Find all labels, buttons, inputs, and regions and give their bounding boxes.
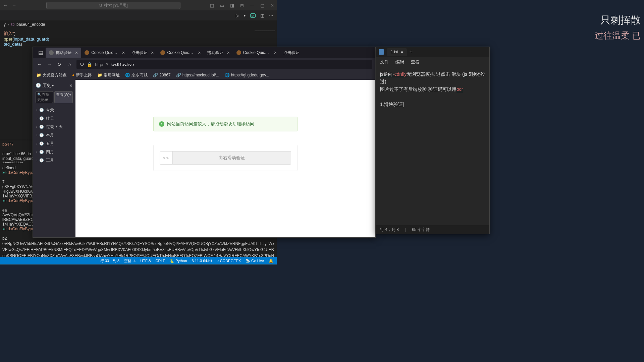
layout-icon[interactable]: ⊞: [240, 3, 244, 8]
nav-back-icon[interactable]: ←: [36, 62, 43, 67]
tab-click-verify[interactable]: 点击验证×: [128, 48, 157, 58]
alert-banner: ! 网站当前访问量较大，请拖动滑块后继续访问: [153, 117, 298, 131]
globe-icon: 🌐: [125, 73, 130, 77]
tab-cookie-1[interactable]: Cookie Quick Manage×: [81, 48, 128, 58]
codegeex: ✓CODEGEEX: [217, 259, 241, 263]
bookmark-item[interactable]: 🔗23867: [153, 73, 170, 77]
menu-edit[interactable]: 编辑: [395, 59, 404, 65]
history-list: ›🕑今天 ›🕑昨天 ›🕑过去 7 天 ›🕑本月 ›🕑五月 ›🕑四月 ›🕑三月: [36, 106, 73, 165]
history-item[interactable]: ›🕑五月: [36, 139, 73, 148]
minimize-icon[interactable]: —: [250, 3, 254, 8]
chevron-down-icon: ▾: [69, 93, 71, 97]
clock-icon: 🕑: [39, 125, 44, 129]
lyrics-line-1: 只剩挥散: [595, 13, 641, 27]
nav-forward-icon[interactable]: →: [12, 3, 16, 8]
clock-icon: 🕑: [39, 133, 44, 137]
favicon-icon: [236, 50, 241, 55]
shield-icon[interactable]: 🛡: [80, 62, 84, 67]
notepad-tab[interactable]: 1.txt: [387, 48, 407, 56]
close-tab-icon[interactable]: ×: [227, 50, 229, 55]
history-view-menu[interactable]: 查看(W)▾: [54, 91, 73, 103]
favicon-icon: [85, 50, 89, 55]
favicon-icon: [49, 50, 54, 55]
info-icon: !: [159, 121, 164, 127]
tab-drag-verify-2[interactable]: 拖动验证×: [204, 48, 233, 58]
interpreter[interactable]: 3.11.3 64-bit: [192, 259, 212, 263]
close-tab-icon[interactable]: ×: [122, 50, 125, 55]
maximize-icon[interactable]: ▢: [260, 3, 264, 8]
status-bar: 行 33，列 8 空格: 4 UTF-8 CRLF 🐍 Python 3.11.…: [0, 257, 277, 264]
link-icon: 🔗: [153, 73, 158, 77]
close-icon[interactable]: ✕: [270, 3, 274, 8]
alert-text: 网站当前访问量较大，请拖动滑块后继续访问: [167, 121, 254, 127]
bookmark-item[interactable]: 📁火狐官方站点: [36, 72, 67, 78]
search-icon: [99, 3, 103, 7]
text-cursor: [404, 102, 404, 107]
more-icon[interactable]: ⋯: [269, 13, 273, 18]
sidebar-toggle-icon[interactable]: ▤: [36, 50, 46, 56]
tab-title: 1.txt: [391, 50, 398, 54]
bookmark-item[interactable]: 🔗https://mocloud.lol/...: [176, 73, 219, 77]
spaces[interactable]: 空格: 4: [124, 258, 136, 263]
reload-icon[interactable]: ⟳: [56, 62, 63, 67]
close-sidebar-icon[interactable]: ✕: [69, 83, 73, 88]
panel-right-icon[interactable]: ◨: [230, 3, 234, 8]
separator: |: [405, 227, 406, 232]
nav-forward-icon[interactable]: →: [46, 62, 53, 67]
history-sidebar: 🕑 历史 ▾ ✕ 🔍在历史记录 查看(W)▾ ›🕑今天 ›🕑昨天 ›🕑过去 7 …: [33, 80, 75, 237]
history-item[interactable]: ›🕑昨天: [36, 114, 73, 123]
new-tab-icon[interactable]: +: [410, 49, 413, 55]
bell-icon[interactable]: 🔔: [269, 259, 273, 263]
browser-body: 🕑 历史 ▾ ✕ 🔍在历史记录 查看(W)▾ ›🕑今天 ›🕑昨天 ›🕑过去 7 …: [33, 80, 375, 237]
clock-icon: 🕑: [39, 158, 44, 163]
language: 🐍 Python: [170, 259, 187, 263]
python-icon: 🐍: [170, 259, 174, 263]
panel-left-icon[interactable]: ◫: [210, 3, 214, 8]
close-tab-icon[interactable]: ×: [198, 50, 201, 55]
bookmarks-bar: 📁火狐官方站点 ●新手上路 📁常用网址 🌐京东商城 🔗23867 🔗https:…: [33, 70, 375, 80]
chevron-right-icon: ›: [36, 133, 37, 137]
bookmark-item[interactable]: 📁常用网址: [97, 72, 120, 78]
tab-drag-verify[interactable]: 拖动验证×: [46, 48, 81, 58]
bookmark-item[interactable]: ●新手上路: [72, 72, 92, 78]
split-icon[interactable]: ◫: [260, 13, 264, 18]
close-tab-icon[interactable]: ×: [75, 50, 78, 55]
cube-icon: ⬡: [11, 22, 14, 27]
close-tab-icon[interactable]: ×: [151, 50, 154, 55]
chevron-down-icon[interactable]: ▾: [52, 84, 54, 87]
bookmark-item[interactable]: 🌐https://gl.gdedu.gov...: [225, 73, 269, 77]
history-item[interactable]: ›🕑本月: [36, 131, 73, 139]
nav-back-icon[interactable]: ←: [3, 3, 8, 8]
panel-bottom-icon[interactable]: ▭: [220, 3, 224, 8]
lock-icon[interactable]: 🔒: [87, 62, 92, 67]
breadcrumb-item[interactable]: base64_encode: [16, 22, 45, 27]
eol[interactable]: CRLF: [155, 259, 165, 263]
encoding[interactable]: UTF-8: [140, 259, 151, 263]
menu-view[interactable]: 查看: [411, 59, 420, 65]
history-item[interactable]: ›🕑四月: [36, 148, 73, 156]
slider-handle[interactable]: >>: [160, 152, 173, 164]
history-item[interactable]: ›🕑三月: [36, 156, 73, 165]
history-search-input[interactable]: 🔍在历史记录: [36, 91, 53, 103]
modified-dot-icon: [401, 51, 403, 53]
notepad-editor[interactable]: js逆向-cdnfly无浏览器模拟 过点击 滑块 (js 5秒还没过) 图片过不…: [376, 67, 489, 225]
go-live: 📡 Go Live: [246, 259, 264, 263]
close-tab-icon[interactable]: ×: [274, 50, 276, 55]
breadcrumb-item[interactable]: y: [4, 22, 6, 27]
svg-line-1: [102, 6, 103, 7]
cursor-pos[interactable]: 行 33，列 8: [100, 258, 119, 263]
tab-cookie-3[interactable]: Cookie Quick Manage×: [233, 48, 280, 58]
run-dropdown-icon[interactable]: ▾: [244, 14, 246, 17]
history-item[interactable]: ›🕑今天: [36, 106, 73, 114]
vscode-command-search[interactable]: 搜索 [管理员]: [46, 2, 180, 9]
screen-icon[interactable]: ▷: [250, 13, 256, 18]
run-icon[interactable]: ▷: [236, 13, 239, 18]
home-icon[interactable]: ⌂: [66, 62, 73, 67]
chevron-right-icon: ›: [36, 117, 37, 120]
tab-click-verify-2[interactable]: 点击验证: [280, 48, 303, 58]
url-bar[interactable]: 🛡 🔒 https://kw.91av.live: [76, 60, 372, 69]
bookmark-item[interactable]: 🌐京东商城: [125, 72, 148, 78]
tab-cookie-2[interactable]: Cookie Quick Manage×: [157, 48, 204, 58]
menu-file[interactable]: 文件: [380, 59, 389, 65]
history-item[interactable]: ›🕑过去 7 天: [36, 123, 73, 131]
